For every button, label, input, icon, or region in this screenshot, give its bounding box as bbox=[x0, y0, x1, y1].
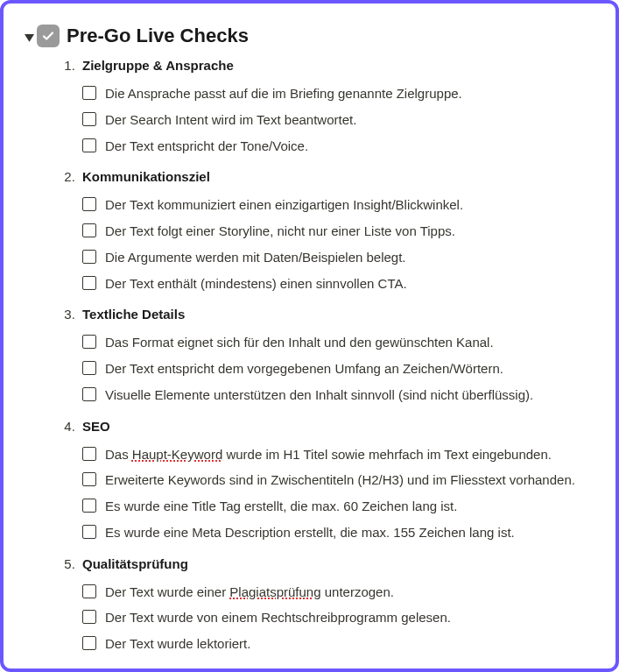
toggle-body: Zielgruppe & AnspracheDie Ansprache pass… bbox=[53, 58, 598, 657]
checkbox[interactable] bbox=[82, 472, 96, 486]
checklist: Der Text wurde einer Plagiatsprüfung unt… bbox=[82, 579, 598, 657]
checklist-item: Der Text wurde lektoriert. bbox=[82, 631, 598, 657]
checklist-item: Der Text entspricht dem vorgegebenen Umf… bbox=[82, 356, 598, 382]
section-item: KommunikationszielDer Text kommuniziert … bbox=[79, 169, 598, 296]
checklist-item: Der Text wurde einer Plagiatsprüfung unt… bbox=[82, 579, 598, 605]
section-title: Qualitätsprüfung bbox=[82, 556, 188, 571]
checklist-item: Visuelle Elemente unterstützen den Inhal… bbox=[82, 382, 598, 408]
checklist-item: Der Search Intent wird im Text beantwort… bbox=[82, 107, 598, 133]
section-title: SEO bbox=[82, 419, 110, 434]
checkbox[interactable] bbox=[82, 138, 96, 152]
section-title: Zielgruppe & Ansprache bbox=[82, 58, 234, 73]
checkbox[interactable] bbox=[82, 335, 96, 349]
checkbox-heading-icon bbox=[37, 25, 60, 47]
checklist-item-label: Es wurde eine Title Tag erstellt, die ma… bbox=[105, 497, 457, 516]
checklist-item: Der Text wurde von einem Rechtschreibpro… bbox=[82, 605, 598, 631]
checklist-item-label: Der Text entspricht der Tone/Voice. bbox=[105, 137, 308, 156]
checkbox[interactable] bbox=[82, 584, 96, 598]
section-title: Textliche Details bbox=[82, 307, 185, 322]
checkbox[interactable] bbox=[82, 610, 96, 624]
checkbox[interactable] bbox=[82, 387, 96, 401]
section-item: QualitätsprüfungDer Text wurde einer Pla… bbox=[79, 556, 598, 657]
checklist-item-label: Die Ansprache passt auf die im Briefing … bbox=[105, 84, 462, 103]
page-title: Pre-Go Live Checks bbox=[67, 25, 249, 47]
checklist-item-label: Die Argumente werden mit Daten/Beispiele… bbox=[105, 248, 406, 267]
checklist-item-label: Der Text enthält (mindestens) einen sinn… bbox=[105, 274, 407, 294]
checklist-item: Das Format eignet sich für den Inhalt un… bbox=[82, 329, 598, 356]
checklist-item-label: Der Text kommuniziert einen einzigartige… bbox=[105, 195, 463, 215]
checkbox[interactable] bbox=[82, 86, 96, 100]
checklist-item-label: Erweiterte Keywords sind in Zwischentite… bbox=[105, 470, 575, 490]
checkbox[interactable] bbox=[82, 447, 96, 461]
checklist-item-label: Das Haupt-Keyword wurde im H1 Titel sowi… bbox=[105, 445, 552, 464]
toggle-triangle-icon[interactable] bbox=[21, 34, 37, 44]
checklist-item: Der Text folgt einer Storyline, nicht nu… bbox=[82, 218, 598, 244]
checkbox[interactable] bbox=[82, 223, 96, 237]
checklist-item-label: Der Text wurde einer Plagiatsprüfung unt… bbox=[105, 583, 394, 602]
checkbox[interactable] bbox=[82, 250, 96, 264]
checklist-item: Das Haupt-Keyword wurde im H1 Titel sowi… bbox=[82, 442, 598, 468]
checklist-item: Die Argumente werden mit Daten/Beispiele… bbox=[82, 244, 598, 271]
checklist-item-label: Es wurde eine Meta Description erstellt,… bbox=[105, 523, 515, 542]
checkbox[interactable] bbox=[82, 525, 96, 539]
checkbox[interactable] bbox=[82, 636, 96, 650]
checklist-item: Es wurde eine Title Tag erstellt, die ma… bbox=[82, 493, 598, 520]
checkbox[interactable] bbox=[82, 276, 96, 290]
checklist-item-label: Visuelle Elemente unterstützen den Inhal… bbox=[105, 386, 533, 405]
checkbox[interactable] bbox=[82, 361, 96, 375]
section-title: Kommunikationsziel bbox=[82, 169, 210, 184]
checklist-item: Erweiterte Keywords sind in Zwischentite… bbox=[82, 467, 598, 493]
checkbox[interactable] bbox=[82, 197, 96, 211]
checklist-item-label: Der Text folgt einer Storyline, nicht nu… bbox=[105, 222, 455, 241]
checklist: Der Text kommuniziert einen einzigartige… bbox=[82, 192, 598, 296]
checklist-item-label: Das Format eignet sich für den Inhalt un… bbox=[105, 333, 494, 352]
checklist-item: Der Text enthält (mindestens) einen sinn… bbox=[82, 271, 598, 297]
checklist: Das Haupt-Keyword wurde im H1 Titel sowi… bbox=[82, 442, 598, 546]
checklist-item-label: Der Text wurde von einem Rechtschreibpro… bbox=[105, 608, 451, 627]
checkbox[interactable] bbox=[82, 499, 96, 513]
checklist-item: Es wurde eine Meta Description erstellt,… bbox=[82, 520, 598, 546]
checklist: Die Ansprache passt auf die im Briefing … bbox=[82, 81, 598, 159]
section-item: Zielgruppe & AnspracheDie Ansprache pass… bbox=[79, 58, 598, 159]
sections-list: Zielgruppe & AnspracheDie Ansprache pass… bbox=[53, 58, 598, 657]
checklist-item: Die Ansprache passt auf die im Briefing … bbox=[82, 81, 598, 107]
checklist-item: Der Text entspricht der Tone/Voice. bbox=[82, 133, 598, 159]
checklist-item-label: Der Text entspricht dem vorgegebenen Umf… bbox=[105, 359, 503, 378]
section-item: SEODas Haupt-Keyword wurde im H1 Titel s… bbox=[79, 419, 598, 546]
section-item: Textliche DetailsDas Format eignet sich … bbox=[79, 307, 598, 407]
checklist-item-label: Der Text wurde lektoriert. bbox=[105, 634, 250, 654]
checklist-item: Der Text kommuniziert einen einzigartige… bbox=[82, 192, 598, 218]
toggle-block: Pre-Go Live Checks Zielgruppe & Ansprach… bbox=[21, 25, 598, 657]
svg-marker-0 bbox=[25, 34, 34, 42]
checklist: Das Format eignet sich für den Inhalt un… bbox=[82, 329, 598, 407]
heading-row: Pre-Go Live Checks bbox=[37, 25, 598, 47]
checklist-item-label: Der Search Intent wird im Text beantwort… bbox=[105, 110, 356, 130]
checkbox[interactable] bbox=[82, 112, 96, 126]
